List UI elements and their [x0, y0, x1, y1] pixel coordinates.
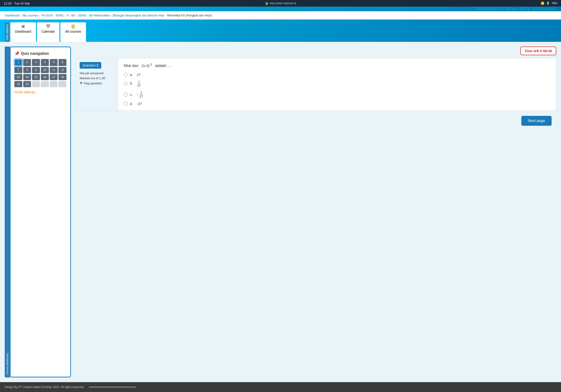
footer-text: Design By PT. Uswah Salam Al Azhar. 2021… — [5, 385, 84, 389]
url-bar: 🔒 smp.salam-alazhar.id — [265, 2, 296, 5]
quiz-num-16[interactable]: 16 — [41, 74, 49, 80]
bottom-bar: Next page — [76, 113, 556, 128]
timer-badge: Time left 0:59:56 — [520, 46, 556, 55]
breadcrumb-sem1[interactable]: SEM1 — [55, 14, 64, 17]
quiz-num-7[interactable]: 7 — [14, 67, 22, 73]
option-c-radio[interactable] — [124, 93, 128, 97]
option-a: a. 27 — [124, 73, 550, 76]
quiz-num-14[interactable]: 14 — [23, 74, 31, 80]
calendar-icon: 📅 — [46, 24, 51, 29]
dashboard-button[interactable]: ⊞ Dashboard — [10, 22, 36, 42]
question-content: Nilai dari (3√3)-2 adalah .... a. — [118, 58, 556, 110]
option-c-label[interactable]: c. − 1 27 — [130, 91, 143, 98]
status-right: 📶 🔋 76% — [541, 2, 557, 5]
quiz-num-3[interactable]: 3 — [32, 59, 40, 66]
breadcrumb-dashboard[interactable]: Dashboard — [5, 14, 20, 17]
pin-icon: 📌 — [14, 51, 20, 56]
question-marked-out: Marked out of 1.00 — [80, 76, 114, 80]
lock-icon: 🔒 — [265, 2, 269, 5]
option-b-radio[interactable] — [124, 82, 128, 86]
allcourses-label: All courses — [65, 30, 81, 33]
battery-icon: 🔋 — [546, 2, 550, 5]
footer-bar — [89, 387, 136, 388]
option-c-fraction: 1 27 — [139, 91, 143, 98]
quiz-nav-title: 📌 Quiz navigation — [14, 51, 66, 56]
quiz-num-19[interactable]: 19 — [14, 81, 22, 87]
question-suffix: adalah .... — [155, 64, 172, 68]
breadcrumb-9d[interactable]: 9D — [71, 14, 75, 17]
timer-bar: Time left 0:59:56 — [76, 46, 556, 55]
calendar-label: Calendar — [42, 30, 55, 33]
quiz-num-18[interactable]: 18 — [58, 74, 66, 80]
option-c-letter: c. — [130, 93, 133, 97]
option-d-radio[interactable] — [124, 102, 128, 106]
breadcrumb-sem1-mat[interactable]: SEM1 - 9D-Matematika — [78, 14, 110, 17]
option-d-letter: d. — [130, 102, 133, 106]
quiz-grid: 1 2 3 4 5 6 7 8 9 10 11 12 13 14 15 16 1… — [14, 59, 66, 87]
status-bar: 12:16 Tue 10 Sep 🔒 smp.salam-alazhar.id … — [0, 0, 561, 7]
top-nav: 0888 046 4765 or 0821 3555 8187 — [0, 7, 561, 11]
wifi-icon: 📶 — [541, 2, 544, 5]
dashboard-icon: ⊞ — [22, 24, 25, 29]
calendar-button[interactable]: 📅 Calendar — [37, 22, 60, 42]
breadcrumb: Dashboard › My courses › TA-2024 › SEM1 … — [0, 11, 561, 20]
quiz-num-9[interactable]: 9 — [32, 67, 40, 73]
quiz-num-15[interactable]: 15 — [32, 74, 40, 80]
breadcrumb-ta2024[interactable]: TA-2024 — [41, 14, 53, 17]
question-prefix: Nilai dari — [124, 64, 138, 68]
quiz-num-17[interactable]: 17 — [50, 74, 58, 80]
option-d-label[interactable]: d. -27 — [130, 102, 142, 106]
option-d: d. -27 — [124, 102, 550, 106]
dashboard-label: Dashboard — [15, 30, 31, 33]
next-page-button[interactable]: Next page — [521, 116, 552, 126]
nav-bar: Hide sidebars ⊞ Dashboard 📅 Calendar 📒 A… — [0, 20, 561, 42]
option-a-letter: a. — [130, 73, 133, 76]
quiz-num-11[interactable]: 11 — [50, 67, 58, 73]
question-label: Question 1 — [80, 62, 101, 69]
finish-attempt-link[interactable]: Finish attempt ... — [14, 90, 39, 94]
quiz-num-12[interactable]: 12 — [58, 67, 66, 73]
flag-question[interactable]: ⚑ Flag question — [80, 81, 114, 85]
option-c-value: − 1 27 — [137, 91, 143, 98]
quiz-num-13[interactable]: 13 — [14, 74, 22, 80]
quiz-num-22-empty — [41, 81, 49, 87]
option-d-value: -27 — [137, 102, 142, 106]
quiz-num-8[interactable]: 8 — [23, 67, 31, 73]
breadcrumb-mycourses[interactable]: My courses — [22, 14, 38, 17]
quiz-num-20[interactable]: 20 — [23, 81, 31, 87]
quiz-num-5[interactable]: 5 — [50, 59, 58, 66]
allcourses-button[interactable]: 📒 All courses — [60, 22, 86, 42]
quiz-num-23-empty — [50, 81, 58, 87]
question-math: (3√3)-2 — [142, 64, 153, 68]
top-banner: 0888 046 4765 or 0821 3555 8187 — [476, 7, 561, 11]
course-dashboard-tab[interactable]: Course dashboard — [5, 46, 10, 377]
breadcrumb-bilangan[interactable]: Bilangan Berpangkat dan Bentuk Akar — [113, 14, 164, 17]
option-b-letter: b. — [130, 81, 133, 85]
question-status: Not yet answered — [80, 71, 114, 75]
question-text: Nilai dari (3√3)-2 adalah .... — [124, 63, 550, 68]
option-c: c. − 1 27 — [124, 91, 550, 98]
quiz-nav-panel: 📌 Quiz navigation 1 2 3 4 5 6 7 8 9 10 1… — [10, 46, 71, 377]
quiz-num-4[interactable]: 4 — [41, 59, 49, 66]
quiz-num-2[interactable]: 2 — [23, 59, 31, 66]
option-a-label[interactable]: a. 27 — [130, 73, 141, 76]
hide-sidebars-tab[interactable]: Hide sidebars — [5, 22, 9, 42]
breadcrumb-9[interactable]: 9 — [67, 14, 68, 17]
flag-icon: ⚑ — [80, 81, 83, 85]
quiz-num-1[interactable]: 1 — [14, 59, 22, 66]
footer: Design By PT. Uswah Salam Al Azhar. 2021… — [0, 382, 561, 392]
allcourses-icon: 📒 — [71, 24, 76, 29]
option-b: b. 1 27 — [124, 80, 550, 87]
breadcrumb-current: Remedial AS (Pangkat dan Akar) — [167, 14, 212, 17]
sidebar-left: Course dashboard 📌 Quiz navigation 1 2 3… — [5, 46, 71, 377]
quiz-num-21-empty — [32, 81, 40, 87]
quiz-num-6[interactable]: 6 — [58, 59, 66, 66]
question-number: 1 — [97, 64, 98, 67]
quiz-num-10[interactable]: 10 — [41, 67, 49, 73]
option-a-radio[interactable] — [124, 73, 128, 76]
status-time: 12:16 — [4, 2, 11, 5]
option-b-label[interactable]: b. 1 27 — [130, 80, 141, 87]
option-b-fraction: 1 27 — [137, 80, 141, 87]
status-day: Tue 10 Sep — [14, 2, 30, 5]
quiz-card: Question 1 Not yet answered Marked out o… — [76, 58, 556, 110]
